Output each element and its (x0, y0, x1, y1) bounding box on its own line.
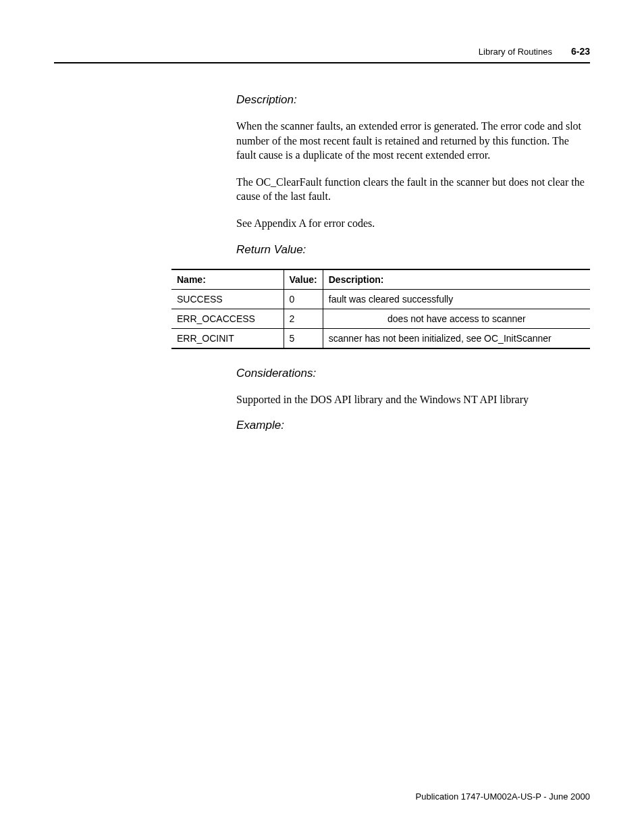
table-row: ERR_OCACCESS 2 does not have access to s… (171, 309, 590, 328)
considerations-section: Considerations: Supported in the DOS API… (236, 367, 590, 433)
considerations-para: Supported in the DOS API library and the… (236, 392, 590, 407)
cell-name: ERR_OCACCESS (171, 309, 284, 328)
cell-description: scanner has not been initialized, see OC… (323, 328, 590, 348)
cell-name: SUCCESS (171, 289, 284, 309)
header-page-number: 6-23 (571, 46, 590, 57)
return-value-table-wrap: Name: Value: Description: SUCCESS 0 faul… (171, 269, 590, 349)
table-row: SUCCESS 0 fault was cleared successfully (171, 289, 590, 309)
col-header-value: Value: (284, 269, 323, 290)
table-header-row: Name: Value: Description: (171, 269, 590, 290)
description-heading: Description: (236, 93, 590, 107)
description-para-1: When the scanner faults, an extended err… (236, 119, 590, 163)
return-value-heading: Return Value: (236, 243, 590, 257)
table-row: ERR_OCINIT 5 scanner has not been initia… (171, 328, 590, 348)
cell-value: 5 (284, 328, 323, 348)
running-header: Library of Routines 6-23 (54, 46, 590, 57)
considerations-heading: Considerations: (236, 367, 590, 380)
cell-value: 2 (284, 309, 323, 328)
cell-description: fault was cleared successfully (323, 289, 590, 309)
header-title: Library of Routines (479, 47, 552, 57)
description-para-2: The OC_ClearFault function clears the fa… (236, 175, 590, 204)
description-section: Description: When the scanner faults, an… (236, 93, 590, 257)
page-content: Library of Routines 6-23 Description: Wh… (0, 0, 644, 432)
example-heading: Example: (236, 419, 590, 432)
col-header-description: Description: (323, 269, 590, 290)
cell-name: ERR_OCINIT (171, 328, 284, 348)
col-header-name: Name: (171, 269, 284, 290)
footer-publication: Publication 1747-UM002A-US-P - June 2000 (416, 791, 590, 802)
description-para-3: See Appendix A for error codes. (236, 216, 590, 231)
cell-description: does not have access to scanner (323, 309, 590, 328)
cell-value: 0 (284, 289, 323, 309)
header-rule (54, 62, 590, 63)
return-value-table: Name: Value: Description: SUCCESS 0 faul… (171, 269, 590, 349)
